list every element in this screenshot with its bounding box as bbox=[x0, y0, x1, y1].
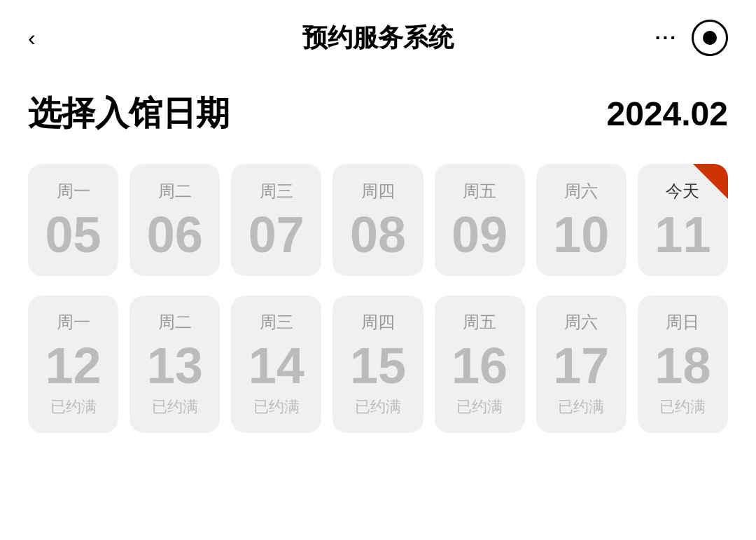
content: 选择入馆日期 2024.02 周一05周二06周三07周四08周五09周六10今… bbox=[0, 70, 756, 480]
day-card-13[interactable]: 周二13已约满 bbox=[130, 296, 220, 433]
day-card-12[interactable]: 周一12已约满 bbox=[28, 296, 118, 433]
day-card-06[interactable]: 周二06 bbox=[130, 164, 220, 276]
day-name-label: 周二 bbox=[158, 180, 192, 202]
day-number-label: 13 bbox=[147, 340, 203, 391]
section-title: 选择入馆日期 bbox=[28, 91, 230, 136]
day-card-16[interactable]: 周五16已约满 bbox=[435, 296, 525, 433]
day-number-label: 18 bbox=[654, 340, 710, 391]
day-number-label: 07 bbox=[248, 209, 304, 260]
page-title: 预约服务系统 bbox=[302, 21, 454, 55]
day-status-label: 已约满 bbox=[456, 396, 503, 417]
back-button[interactable]: ‹ bbox=[28, 27, 36, 49]
record-button[interactable] bbox=[692, 20, 728, 56]
day-number-label: 14 bbox=[248, 340, 304, 391]
day-name-label: 周一 bbox=[57, 311, 90, 333]
day-status-label: 已约满 bbox=[659, 396, 706, 417]
more-icon[interactable]: ··· bbox=[655, 27, 678, 49]
day-number-label: 15 bbox=[350, 340, 406, 391]
day-status-label: 已约满 bbox=[253, 396, 300, 417]
day-card-14[interactable]: 周三14已约满 bbox=[231, 296, 321, 433]
header-icons: ··· bbox=[655, 20, 728, 56]
calendar-week-1: 周一05周二06周三07周四08周五09周六10今天11 bbox=[28, 164, 728, 276]
day-number-label: 08 bbox=[350, 209, 406, 260]
day-number-label: 16 bbox=[451, 340, 507, 391]
year-month-label: 2024.02 bbox=[606, 95, 728, 133]
day-card-09[interactable]: 周五09 bbox=[435, 164, 525, 276]
day-status-label: 已约满 bbox=[152, 396, 198, 417]
day-card-07[interactable]: 周三07 bbox=[231, 164, 321, 276]
day-name-label: 周三 bbox=[260, 311, 293, 333]
day-name-label: 周一 bbox=[57, 180, 90, 202]
day-name-label: 周四 bbox=[361, 180, 395, 202]
day-card-18[interactable]: 周日18已约满 bbox=[638, 296, 728, 433]
day-name-label: 周六 bbox=[564, 311, 598, 333]
phone-container: ‹ 预约服务系统 ··· 选择入馆日期 2024.02 周一05周二06周三07… bbox=[0, 0, 756, 540]
day-name-label: 周五 bbox=[463, 311, 496, 333]
day-number-label: 10 bbox=[553, 209, 609, 260]
day-card-15[interactable]: 周四15已约满 bbox=[332, 296, 423, 433]
day-name-label: 今天 bbox=[666, 180, 699, 202]
calendar-week-2: 周一12已约满周二13已约满周三14已约满周四15已约满周五16已约满周六17已… bbox=[28, 296, 728, 433]
day-status-label: 已约满 bbox=[50, 396, 97, 417]
day-name-label: 周六 bbox=[564, 180, 598, 202]
day-number-label: 05 bbox=[46, 209, 102, 260]
header: ‹ 预约服务系统 ··· bbox=[0, 0, 756, 70]
day-name-label: 周日 bbox=[666, 311, 699, 333]
day-card-08[interactable]: 周四08 bbox=[332, 164, 423, 276]
record-inner-icon bbox=[703, 31, 717, 45]
day-name-label: 周四 bbox=[361, 311, 395, 333]
day-card-05[interactable]: 周一05 bbox=[28, 164, 118, 276]
day-number-label: 09 bbox=[451, 209, 507, 260]
day-name-label: 周五 bbox=[463, 180, 496, 202]
day-number-label: 11 bbox=[654, 209, 710, 260]
day-status-label: 已约满 bbox=[355, 396, 401, 417]
day-name-label: 周三 bbox=[260, 180, 293, 202]
day-card-11[interactable]: 今天11 bbox=[638, 164, 728, 276]
section-header: 选择入馆日期 2024.02 bbox=[28, 91, 728, 136]
day-status-label: 已约满 bbox=[558, 396, 604, 417]
day-number-label: 17 bbox=[553, 340, 609, 391]
day-card-17[interactable]: 周六17已约满 bbox=[536, 296, 626, 433]
day-card-10[interactable]: 周六10 bbox=[536, 164, 626, 276]
day-number-label: 12 bbox=[46, 340, 102, 391]
day-number-label: 06 bbox=[147, 209, 203, 260]
day-name-label: 周二 bbox=[158, 311, 192, 333]
